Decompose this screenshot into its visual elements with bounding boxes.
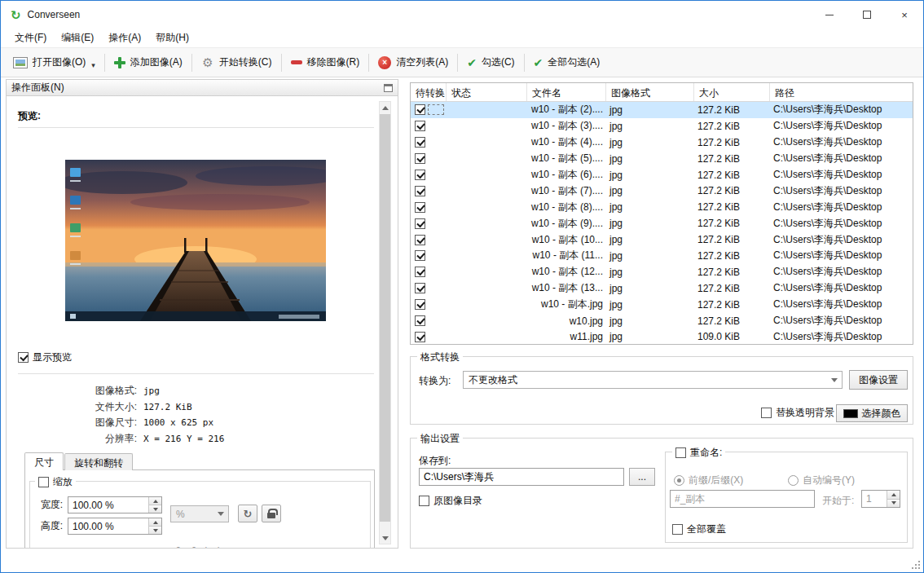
- close-button[interactable]: ×: [886, 1, 923, 29]
- image-settings-button[interactable]: 图像设置: [849, 370, 908, 390]
- row-checkbox[interactable]: [415, 267, 425, 277]
- spin-up-icon[interactable]: [887, 491, 900, 499]
- status-cell: [447, 248, 527, 264]
- table-row[interactable]: w10 - 副本 (4)....jpg127.2 KiBC:\Users\李海兵…: [411, 134, 913, 151]
- replace-transparent-bg-checkbox[interactable]: 替换透明背景: [761, 406, 834, 420]
- resize-grip[interactable]: [912, 561, 920, 569]
- panel-tab[interactable]: 旋转和翻转: [64, 453, 133, 470]
- row-checkbox[interactable]: [415, 137, 425, 148]
- toolbar-button[interactable]: 添加图像(A): [108, 52, 188, 73]
- scale-checkbox[interactable]: 缩放: [35, 475, 76, 489]
- rename-checkbox[interactable]: 重命名:: [672, 446, 725, 460]
- maximize-icon: [863, 11, 871, 19]
- row-checkbox[interactable]: [415, 186, 425, 196]
- table-row[interactable]: w10 - 副本 (7)....jpg127.2 KiBC:\Users\李海兵…: [411, 183, 913, 199]
- menu-item[interactable]: 文件(F): [7, 29, 54, 47]
- row-checkbox[interactable]: [415, 299, 425, 310]
- source-dir-checkbox[interactable]: 原图像目录: [419, 494, 482, 508]
- table-row[interactable]: w10 - 副本 (10...jpg127.2 KiBC:\Users\李海兵\…: [411, 231, 913, 248]
- row-checkbox[interactable]: [415, 218, 425, 229]
- row-checkbox[interactable]: [415, 104, 425, 115]
- menu-item[interactable]: 帮助(H): [148, 29, 196, 47]
- table-row[interactable]: w10 - 副本.jpgjpg127.2 KiBC:\Users\李海兵\Des…: [411, 297, 913, 313]
- spinner-arrows[interactable]: [148, 497, 161, 513]
- menu-item[interactable]: 编辑(E): [54, 29, 101, 47]
- size-cell: 127.2 KiB: [694, 248, 770, 264]
- minimize-button[interactable]: [811, 1, 848, 29]
- height-spinbox[interactable]: 100.00 %: [68, 518, 162, 535]
- column-header[interactable]: 大小: [694, 83, 770, 101]
- radio-icon: [788, 475, 799, 486]
- row-checkbox[interactable]: [415, 170, 425, 180]
- row-checkbox[interactable]: [415, 332, 425, 342]
- scroll-up-button[interactable]: [380, 102, 390, 113]
- spinner-arrows[interactable]: [148, 518, 161, 534]
- auto-number-radio[interactable]: 自动编号(Y): [788, 474, 855, 487]
- table-row[interactable]: w11.jpgjpg109.0 KiBC:\Users\李海兵\Desktop: [411, 328, 913, 345]
- row-checkbox[interactable]: [415, 315, 425, 326]
- start-at-spinbox[interactable]: 1: [861, 490, 900, 508]
- toolbar-button[interactable]: ⚙开始转换(C): [196, 52, 278, 73]
- overwrite-all-checkbox[interactable]: 全部覆盖: [672, 522, 726, 536]
- table-row[interactable]: w10 - 副本 (6)....jpg127.2 KiBC:\Users\李海兵…: [411, 167, 913, 183]
- spin-down-icon[interactable]: [149, 505, 161, 513]
- convert-format-combobox[interactable]: 不更改格式: [463, 371, 843, 389]
- reset-size-button[interactable]: ↻: [238, 505, 257, 522]
- filename-cell: w10 - 副本 (2)....: [527, 102, 606, 118]
- table-row[interactable]: w10 - 副本 (5)....jpg127.2 KiBC:\Users\李海兵…: [411, 151, 913, 167]
- spinner-arrows[interactable]: [887, 491, 900, 507]
- choose-color-button[interactable]: 选择颜色: [836, 404, 908, 422]
- filename-cell: w10 - 副本.jpg: [527, 297, 606, 313]
- row-checkbox[interactable]: [415, 283, 425, 293]
- table-row[interactable]: w10 - 副本 (12...jpg127.2 KiBC:\Users\李海兵\…: [411, 264, 913, 280]
- prefix-suffix-radio[interactable]: 前缀/后缀(X): [674, 474, 743, 487]
- scroll-down-button[interactable]: [380, 532, 390, 544]
- menu-item[interactable]: 操作(A): [101, 29, 148, 47]
- show-preview-checkbox[interactable]: 显示预览: [18, 350, 72, 364]
- spin-down-icon[interactable]: [149, 526, 161, 534]
- width-spinbox[interactable]: 100.00 %: [68, 496, 162, 513]
- panel-scrollbar[interactable]: [379, 101, 391, 544]
- toolbar-button[interactable]: ✔勾选(C): [461, 52, 520, 73]
- column-header[interactable]: 图像格式: [606, 83, 694, 101]
- browse-button[interactable]: ...: [629, 468, 655, 486]
- format-cell: jpg: [606, 264, 694, 280]
- spin-up-icon[interactable]: [149, 518, 161, 526]
- column-header[interactable]: 路径: [770, 83, 913, 101]
- table-row[interactable]: w10 - 副本 (11...jpg127.2 KiBC:\Users\李海兵\…: [411, 248, 913, 264]
- spin-down-icon[interactable]: [887, 499, 900, 508]
- table-row[interactable]: w10 - 副本 (8)....jpg127.2 KiBC:\Users\李海兵…: [411, 199, 913, 215]
- checkbox-cell: [411, 167, 447, 183]
- row-checkbox[interactable]: [415, 235, 425, 245]
- float-panel-button[interactable]: [384, 84, 393, 92]
- rename-pattern-input[interactable]: [670, 490, 815, 508]
- table-row[interactable]: w10 - 副本 (9)....jpg127.2 KiBC:\Users\李海兵…: [411, 215, 913, 231]
- maximize-button[interactable]: [848, 1, 886, 29]
- unit-combobox[interactable]: %: [170, 505, 229, 522]
- panel-tab[interactable]: 尺寸: [24, 452, 64, 470]
- row-checkbox[interactable]: [415, 202, 425, 213]
- column-header[interactable]: 待转换: [411, 83, 447, 101]
- row-checkbox[interactable]: [415, 153, 425, 164]
- table-row[interactable]: w10 - 副本 (2)....jpg127.2 KiBC:\Users\李海兵…: [411, 102, 913, 118]
- toolbar-button[interactable]: ×清空列表(A): [372, 52, 454, 73]
- spin-up-icon[interactable]: [149, 497, 161, 505]
- format-cell: jpg: [606, 280, 694, 297]
- scroll-thumb[interactable]: [380, 114, 390, 522]
- row-checkbox[interactable]: [415, 121, 425, 131]
- table-row[interactable]: w10 - 副本 (3)....jpg127.2 KiBC:\Users\李海兵…: [411, 118, 913, 134]
- toolbar-button[interactable]: ✔全部勾选(A): [528, 52, 606, 73]
- table-row[interactable]: w10 - 副本 (13...jpg127.2 KiBC:\Users\李海兵\…: [411, 280, 913, 297]
- column-header[interactable]: 状态: [447, 83, 527, 101]
- path-cell: C:\Users\李海兵\Desktop: [770, 199, 913, 215]
- lock-ratio-button[interactable]: [262, 505, 281, 522]
- table-row[interactable]: w10.jpgjpg127.2 KiBC:\Users\李海兵\Desktop: [411, 313, 913, 329]
- row-checkbox[interactable]: [415, 250, 425, 261]
- toolbar-button[interactable]: 打开图像(O)▾: [7, 52, 101, 73]
- column-header[interactable]: 文件名: [527, 83, 606, 101]
- format-cell: jpg: [606, 102, 694, 118]
- save-path-input[interactable]: [419, 468, 624, 486]
- toolbar-separator: [191, 54, 192, 72]
- toolbar-separator: [457, 54, 458, 72]
- toolbar-button[interactable]: 移除图像(R): [285, 52, 366, 73]
